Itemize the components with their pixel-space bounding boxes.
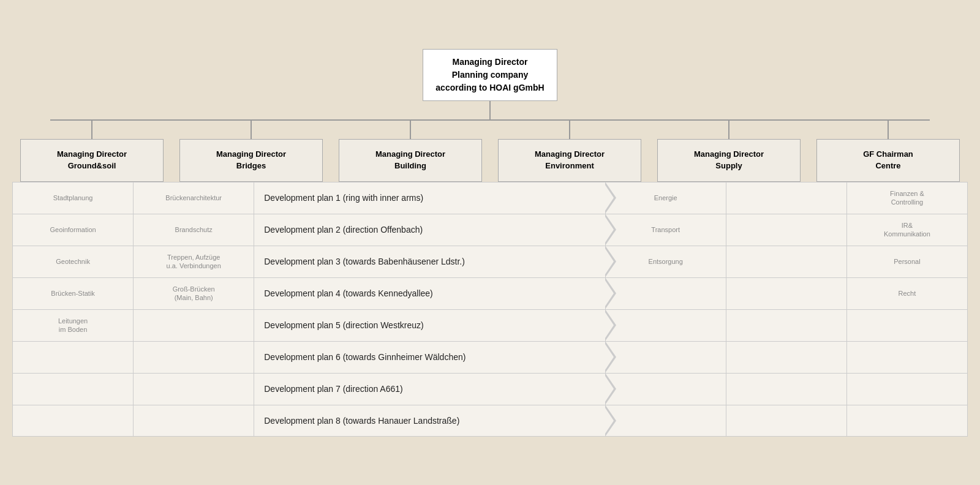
director-box-building: Managing DirectorBuilding — [339, 139, 482, 182]
root-v-line — [489, 101, 491, 119]
data-cell-row6-col2 — [134, 342, 254, 373]
root-box: Managing DirectorPlanning companyaccordi… — [423, 49, 557, 101]
development-plan-cell-1: Development plan 1 (ring with inner arms… — [254, 182, 605, 214]
data-cell-row5-col1: Leitungenim Boden — [12, 310, 134, 341]
data-row-4: Brücken-StatikGroß-Brücken(Main, Bahn)De… — [12, 277, 968, 309]
root-connector — [12, 101, 968, 119]
data-cell-row5-col6 — [847, 310, 968, 341]
development-plan-cell-5: Development plan 5 (direction Westkreuz) — [254, 310, 605, 341]
data-cell-row7-col5 — [726, 374, 847, 405]
development-plan-cell-6: Development plan 6 (towards Ginnheimer W… — [254, 342, 605, 373]
data-cell-row1-col4: Energie — [606, 182, 726, 214]
h-connector-bar — [50, 119, 929, 121]
data-cell-row7-col6 — [847, 374, 968, 405]
data-row-5: Leitungenim BodenDevelopment plan 5 (dir… — [12, 309, 968, 341]
data-cell-row2-col6: IR&Kommunikation — [847, 214, 968, 246]
development-plan-cell-7: Development plan 7 (direction A661) — [254, 374, 605, 405]
data-cell-row8-col5 — [726, 405, 847, 436]
data-cell-row1-col6: Finanzen &Controlling — [847, 182, 968, 214]
director-col-bridges: Managing DirectorBridges — [172, 121, 331, 182]
director-col-building: Managing DirectorBuilding — [331, 121, 490, 182]
data-cell-row8-col1 — [12, 405, 134, 436]
data-cell-row2-col4: Transport — [606, 214, 726, 246]
data-cell-row2-col1: Geoinformation — [12, 214, 134, 246]
data-row-7: Development plan 7 (direction A661) — [12, 373, 968, 405]
director-box-ground: Managing DirectorGround&soil — [20, 139, 164, 182]
data-row-3: GeotechnikTreppen, Aufzügeu.a. Verbindun… — [12, 246, 968, 277]
director-col-environment: Managing DirectorEnvironment — [490, 121, 649, 182]
data-row-2: GeoinformationBrandschutzDevelopment pla… — [12, 214, 968, 246]
v-line-building — [410, 121, 411, 139]
v-line-bridges — [251, 121, 252, 139]
org-chart: Managing DirectorPlanning companyaccordi… — [12, 49, 968, 437]
data-cell-row5-col5 — [726, 310, 847, 341]
director-box-chairman: GF ChairmanCentre — [816, 139, 960, 182]
development-plan-cell-4: Development plan 4 (towards Kennedyallee… — [254, 278, 605, 309]
data-row-1: StadtplanungBrückenarchitekturDevelopmen… — [12, 182, 968, 214]
data-cell-row1-col2: Brückenarchitektur — [134, 182, 254, 214]
data-cell-row3-col5 — [726, 246, 847, 277]
data-cell-row6-col1 — [12, 342, 134, 373]
data-cell-row4-col4 — [606, 278, 726, 309]
data-cell-row3-col1: Geotechnik — [12, 246, 134, 277]
data-cell-row4-col5 — [726, 278, 847, 309]
development-plan-cell-8: Development plan 8 (towards Hanauer Land… — [254, 405, 605, 436]
data-cell-row4-col1: Brücken-Statik — [12, 278, 134, 309]
data-cell-row7-col4 — [606, 374, 726, 405]
development-plan-cell-2: Development plan 2 (direction Offenbach) — [254, 214, 605, 246]
data-cell-row8-col6 — [847, 405, 968, 436]
data-cell-row7-col2 — [134, 374, 254, 405]
director-col-ground: Managing DirectorGround&soil — [12, 121, 172, 182]
director-box-supply: Managing DirectorSupply — [657, 139, 801, 182]
data-cell-row8-col2 — [134, 405, 254, 436]
data-cell-row3-col6: Personal — [847, 246, 968, 277]
rows-section: StadtplanungBrückenarchitekturDevelopmen… — [12, 182, 968, 437]
data-cell-row6-col4 — [606, 342, 726, 373]
data-cell-row5-col2 — [134, 310, 254, 341]
v-line-supply — [728, 121, 729, 139]
v-line-chairman — [888, 121, 889, 139]
data-cell-row1-col1: Stadtplanung — [12, 182, 134, 214]
data-row-8: Development plan 8 (towards Hanauer Land… — [12, 405, 968, 437]
v-line-environment — [569, 121, 570, 139]
h-connector-wrapper — [12, 119, 968, 121]
director-box-bridges: Managing DirectorBridges — [179, 139, 323, 182]
v-line-ground — [91, 121, 92, 139]
data-cell-row4-col2: Groß-Brücken(Main, Bahn) — [134, 278, 254, 309]
director-box-environment: Managing DirectorEnvironment — [498, 139, 641, 182]
root-title: Managing DirectorPlanning companyaccordi… — [435, 57, 544, 92]
data-cell-row7-col1 — [12, 374, 134, 405]
data-cell-row6-col5 — [726, 342, 847, 373]
data-cell-row2-col5 — [726, 214, 847, 246]
director-col-supply: Managing DirectorSupply — [649, 121, 809, 182]
data-cell-row1-col5 — [726, 182, 847, 214]
data-cell-row4-col6: Recht — [847, 278, 968, 309]
data-cell-row2-col2: Brandschutz — [134, 214, 254, 246]
director-col-chairman: GF ChairmanCentre — [809, 121, 968, 182]
directors-level: Managing DirectorGround&soilManaging Dir… — [12, 121, 968, 182]
data-cell-row6-col6 — [847, 342, 968, 373]
root-level: Managing DirectorPlanning companyaccordi… — [12, 49, 968, 101]
development-plan-cell-3: Development plan 3 (towards Babenhäusene… — [254, 246, 605, 277]
data-cell-row3-col4: Entsorgung — [606, 246, 726, 277]
data-cell-row3-col2: Treppen, Aufzügeu.a. Verbindungen — [134, 246, 254, 277]
data-cell-row8-col4 — [606, 405, 726, 436]
data-cell-row5-col4 — [606, 310, 726, 341]
data-row-6: Development plan 6 (towards Ginnheimer W… — [12, 341, 968, 373]
